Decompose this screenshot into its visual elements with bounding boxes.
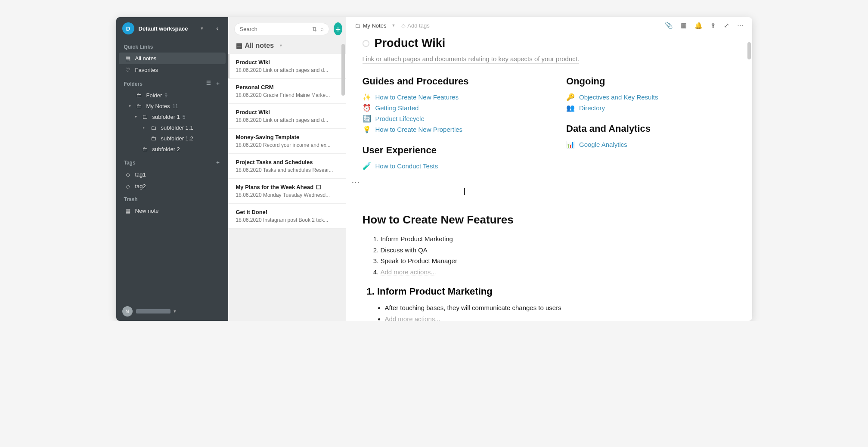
- expand-icon[interactable]: ⤢: [724, 22, 729, 29]
- user-avatar: N: [122, 306, 133, 317]
- notes-filter-dropdown[interactable]: ▤ All notes ▼: [228, 37, 346, 54]
- page-link[interactable]: 👥Directory: [566, 104, 736, 112]
- folder-item[interactable]: ▼ 🗀 My Notes 11: [116, 101, 228, 112]
- sidebar-item-new-note[interactable]: ▤ New note: [116, 205, 228, 217]
- user-footer[interactable]: N ▼: [116, 302, 228, 321]
- breadcrumb[interactable]: 🗀 My Notes ▼: [355, 22, 396, 29]
- add-tags-button[interactable]: ◇ Add tags: [401, 22, 429, 29]
- note-card[interactable]: Project Tasks and Schedules 18.06.2020 T…: [228, 154, 346, 179]
- folder-item[interactable]: 🗀 subfolder 2: [116, 144, 228, 155]
- filter-icon[interactable]: ⇅: [312, 26, 317, 32]
- nav-label: All notes: [135, 55, 157, 62]
- scrollbar[interactable]: [747, 42, 751, 59]
- note-card[interactable]: Product Wiki 18.06.2020 Link or attach p…: [228, 104, 346, 129]
- link-emoji-icon: 📊: [566, 140, 575, 149]
- folders-label: Folders ☰ ＋: [116, 76, 228, 90]
- folder-item[interactable]: ▸ 🗀 subfolder 1.1: [116, 122, 228, 133]
- list-item-placeholder[interactable]: Add more actions...: [381, 267, 736, 278]
- document-status-circle[interactable]: [363, 40, 369, 47]
- scrollbar[interactable]: [341, 44, 345, 96]
- folder-icon: 🗀: [141, 146, 149, 152]
- share-icon[interactable]: ⇪: [710, 22, 716, 29]
- folder-item[interactable]: 🗀 subfolder 1.2: [116, 133, 228, 144]
- search-input[interactable]: [240, 26, 312, 32]
- list-item-placeholder[interactable]: Add more actions...: [385, 314, 736, 321]
- note-card[interactable]: Personal CRM 18.06.2020 Gracie Friend Ma…: [228, 79, 346, 104]
- folder-label: subfolder 2: [152, 146, 180, 152]
- sidebar-item-favorites[interactable]: ♡ Favorites: [116, 64, 228, 76]
- folder-item[interactable]: ▼ 🗀 subfolder 1 5: [116, 112, 228, 122]
- folder-count: 11: [172, 103, 178, 109]
- note-title: Personal CRM: [236, 84, 338, 90]
- folder-label: subfolder 1: [152, 114, 180, 120]
- page-link[interactable]: 🧪How to Conduct Tests: [363, 162, 532, 170]
- ordered-list[interactable]: Inform Product MarketingDiscuss with QAS…: [381, 233, 736, 277]
- add-folder-icon[interactable]: ＋: [215, 80, 220, 87]
- step-heading[interactable]: 1. Inform Product Marketing: [367, 286, 736, 297]
- app-window: D Default workspace ▼ Quick Links ▤ All …: [116, 17, 752, 321]
- add-note-button[interactable]: ＋: [334, 22, 342, 35]
- list-item[interactable]: Inform Product Marketing: [381, 233, 736, 245]
- section-heading-data: Data and Analytics: [566, 123, 736, 134]
- note-icon: ▤: [124, 208, 132, 214]
- subheading[interactable]: How to Create New Features: [363, 213, 736, 227]
- link-emoji-icon: ⏰: [363, 104, 371, 112]
- tag-item[interactable]: ◇tag2: [116, 180, 228, 192]
- list-item[interactable]: Speak to Product Manager: [381, 255, 736, 267]
- grid-icon[interactable]: ▦: [681, 22, 687, 29]
- folder-label: Folder: [146, 92, 162, 99]
- trash-label: Trash: [116, 192, 228, 205]
- add-tag-icon[interactable]: ＋: [215, 159, 220, 166]
- folder-icon: 🗀: [141, 114, 149, 120]
- chevron-down-icon: ▼: [200, 26, 204, 31]
- document-subtitle[interactable]: Link or attach pages and documents relat…: [363, 55, 580, 64]
- sidebar-item-all-notes[interactable]: ▤ All notes: [119, 53, 226, 64]
- block-handle-icon[interactable]: ⋯: [351, 177, 736, 187]
- page-link[interactable]: 📊Google Analytics: [566, 140, 736, 149]
- chevron-left-icon: [214, 26, 220, 32]
- note-card[interactable]: My Plans for the Week Ahead ☐ 18.06.2020…: [228, 179, 346, 204]
- note-card[interactable]: Get it Done! 18.06.2020 Instagram post B…: [228, 204, 346, 229]
- link-text[interactable]: Objectives and Key Results: [579, 93, 658, 101]
- link-emoji-icon: 👥: [566, 104, 575, 112]
- notes-list[interactable]: Product Wiki 18.06.2020 Link or attach p…: [228, 54, 346, 321]
- workspace-header[interactable]: D Default workspace ▼: [116, 17, 228, 40]
- link-text[interactable]: Google Analytics: [579, 141, 627, 148]
- page-link[interactable]: 💡How to Create New Properties: [363, 125, 532, 133]
- link-text[interactable]: How to Create New Properties: [375, 126, 463, 133]
- link-text[interactable]: How to Conduct Tests: [375, 162, 438, 170]
- list-item[interactable]: Discuss with QA: [381, 245, 736, 256]
- section-heading-ongoing: Ongoing: [566, 76, 736, 87]
- note-card[interactable]: Money-Saving Template 18.06.2020 Record …: [228, 129, 346, 154]
- tag-item[interactable]: ◇tag1: [116, 169, 228, 180]
- page-link[interactable]: ⏰Getting Started: [363, 104, 532, 112]
- link-text[interactable]: Directory: [579, 104, 605, 112]
- list-item[interactable]: After touching bases, they will communic…: [385, 302, 736, 314]
- page-link[interactable]: 🔑Objectives and Key Results: [566, 93, 736, 101]
- expand-icon[interactable]: ▼: [128, 104, 134, 108]
- attachment-icon[interactable]: 📎: [665, 22, 673, 29]
- page-link[interactable]: ✨How to Create New Features: [363, 93, 532, 101]
- user-name-placeholder: [136, 309, 170, 314]
- search-icon[interactable]: ⌕: [320, 26, 324, 32]
- link-text[interactable]: How to Create New Features: [375, 93, 459, 101]
- page-link[interactable]: 🔄Product Lifecycle: [363, 115, 532, 123]
- link-emoji-icon: 🧪: [363, 162, 371, 170]
- more-icon[interactable]: ⋯: [737, 22, 744, 29]
- folder-item[interactable]: 🗀 Folder 9: [116, 90, 228, 101]
- expand-icon[interactable]: ▼: [134, 115, 140, 119]
- chevron-down-icon: ▼: [279, 43, 283, 48]
- collapse-sidebar-button[interactable]: [213, 23, 222, 34]
- bell-icon[interactable]: 🔔: [694, 22, 703, 29]
- document-body[interactable]: Product Wiki Link or attach pages and do…: [346, 34, 752, 321]
- link-text[interactable]: Product Lifecycle: [375, 115, 425, 122]
- note-card[interactable]: Product Wiki 18.06.2020 Link or attach p…: [228, 54, 346, 79]
- note-meta: 18.06.2020 Tasks and schedules Resear...: [236, 167, 338, 173]
- content-toolbar: 🗀 My Notes ▼ ◇ Add tags 📎 ▦ 🔔 ⇪ ⤢ ⋯: [346, 17, 752, 34]
- expand-icon[interactable]: ▸: [143, 126, 149, 130]
- bullet-list[interactable]: After touching bases, they will communic…: [385, 302, 736, 321]
- document-title[interactable]: Product Wiki: [375, 37, 446, 50]
- search-box[interactable]: ⇅ ⌕: [234, 23, 329, 35]
- link-text[interactable]: Getting Started: [375, 104, 419, 112]
- sort-folders-icon[interactable]: ☰: [206, 80, 211, 87]
